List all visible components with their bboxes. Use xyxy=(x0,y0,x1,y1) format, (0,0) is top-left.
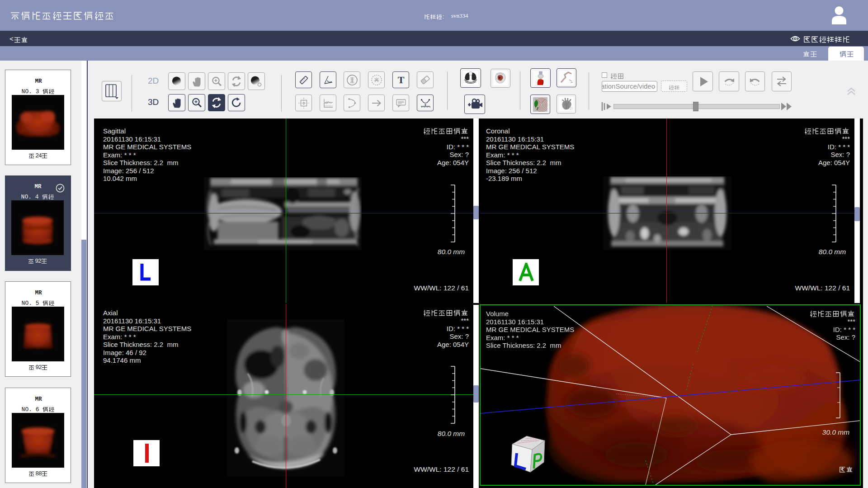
svg-text:T: T xyxy=(397,74,404,85)
svg-text:D: D xyxy=(570,106,573,111)
